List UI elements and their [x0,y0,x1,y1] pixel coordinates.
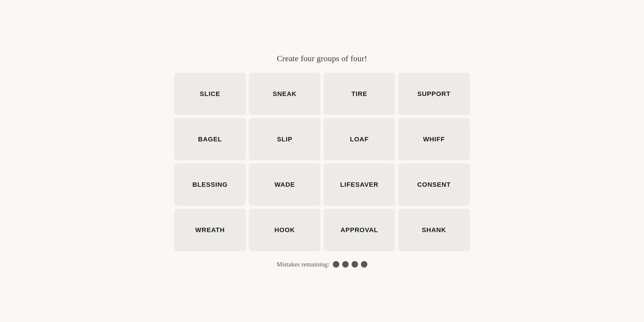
word-label-approval: APPROVAL [340,226,378,234]
word-card-whiff[interactable]: WHIFF [398,118,470,160]
mistakes-row: Mistakes remaining: [277,261,367,268]
word-label-shank: SHANK [422,226,446,234]
word-card-sneak[interactable]: SNEAK [249,73,321,115]
word-label-tire: TIRE [351,90,367,98]
mistakes-dots [333,261,367,268]
word-card-slip[interactable]: SLIP [249,118,321,160]
word-card-shank[interactable]: SHANK [398,209,470,251]
word-card-hook[interactable]: HOOK [249,209,321,251]
mistake-dot-2 [342,261,349,268]
word-card-bagel[interactable]: BAGEL [174,118,246,160]
word-card-support[interactable]: SUPPORT [398,73,470,115]
word-card-lifesaver[interactable]: LIFESAVER [323,163,395,206]
word-label-wreath: WREATH [195,226,225,234]
word-label-slip: SLIP [277,136,292,143]
word-label-loaf: LOAF [350,136,369,143]
word-card-consent[interactable]: CONSENT [398,163,470,206]
word-label-hook: HOOK [275,226,295,234]
word-card-approval[interactable]: APPROVAL [323,209,395,251]
word-card-wreath[interactable]: WREATH [174,209,246,251]
word-card-wade[interactable]: WADE [249,163,321,206]
word-card-blessing[interactable]: BLESSING [174,163,246,206]
word-grid: SLICESNEAKTIRESUPPORTBAGELSLIPLOAFWHIFFB… [174,73,470,251]
word-label-support: SUPPORT [417,90,451,98]
mistake-dot-3 [352,261,358,268]
mistake-dot-1 [333,261,339,268]
word-label-slice: SLICE [200,90,220,98]
word-card-loaf[interactable]: LOAF [323,118,395,160]
word-label-consent: CONSENT [417,181,451,189]
word-label-sneak: SNEAK [273,90,297,98]
game-container: Create four groups of four! SLICESNEAKTI… [161,54,483,268]
word-label-bagel: BAGEL [198,136,222,143]
mistake-dot-4 [361,261,367,268]
word-label-wade: WADE [275,181,295,189]
word-label-whiff: WHIFF [423,136,445,143]
word-label-lifesaver: LIFESAVER [340,181,378,189]
mistakes-label: Mistakes remaining: [277,261,329,268]
word-card-slice[interactable]: SLICE [174,73,246,115]
word-label-blessing: BLESSING [192,181,227,189]
subtitle: Create four groups of four! [277,54,367,63]
word-card-tire[interactable]: TIRE [323,73,395,115]
